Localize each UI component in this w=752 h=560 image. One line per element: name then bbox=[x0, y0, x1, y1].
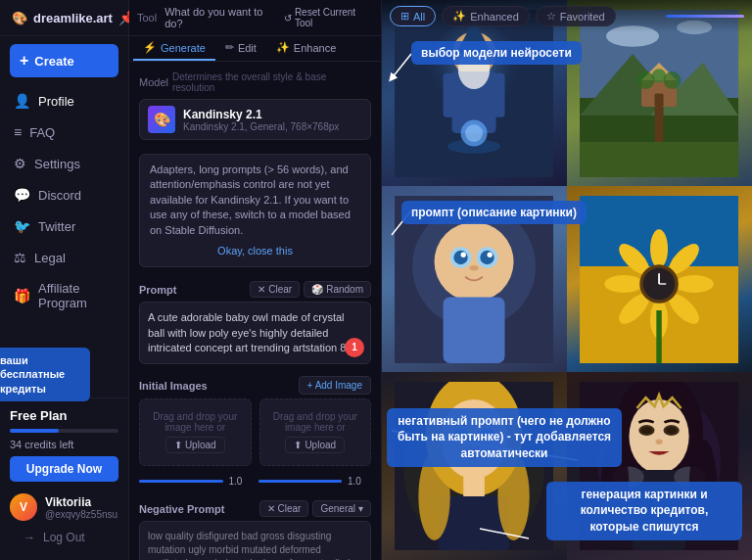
sidebar-item-twitter[interactable]: 🐦 Twitter bbox=[0, 210, 128, 242]
gallery-tab-enhanced[interactable]: ✨ Enhanced bbox=[442, 6, 530, 26]
all-icon: ⊞ bbox=[400, 10, 409, 23]
prompt-textarea[interactable]: A cute adorable baby owl made of crystal… bbox=[139, 302, 371, 364]
user-name: Viktoriia bbox=[45, 495, 118, 509]
svg-point-40 bbox=[651, 229, 669, 268]
settings-icon: ⚙ bbox=[14, 156, 26, 171]
general-negative-button[interactable]: General ▾ bbox=[312, 500, 371, 517]
svg-point-27 bbox=[435, 222, 514, 302]
svg-point-34 bbox=[470, 265, 479, 270]
sidebar: 🎨 dreamlike.art 📌 + Create 👤 Profile ≡ F… bbox=[0, 0, 129, 560]
sidebar-item-legal[interactable]: ⚖ Legal bbox=[0, 242, 128, 273]
svg-rect-37 bbox=[444, 297, 505, 363]
enhanced-icon: ✨ bbox=[452, 10, 466, 23]
tool-tabs: ⚡ Generate ✏ Edit ✨ Enhance bbox=[129, 36, 381, 62]
sidebar-item-faq[interactable]: ≡ FAQ bbox=[0, 117, 128, 148]
plan-name: Free Plan bbox=[10, 408, 118, 423]
model-name: Kandinsky 2.1 bbox=[183, 108, 339, 121]
tool-question: What do you want to do? bbox=[164, 6, 280, 29]
model-selector[interactable]: 🎨 Kandinsky 2.1 Kandinsky 2.1, General, … bbox=[139, 99, 371, 140]
clear-negative-button[interactable]: ✕ Clear bbox=[259, 500, 309, 517]
svg-point-46 bbox=[605, 275, 644, 293]
avatar: V bbox=[10, 493, 37, 521]
logo-text: dreamlike.art bbox=[33, 11, 113, 25]
sidebar-item-profile[interactable]: 👤 Profile bbox=[0, 85, 128, 117]
quality-track bbox=[666, 15, 744, 18]
negative-prompt-textarea[interactable]: low quality disfigured bad gross disgust… bbox=[139, 521, 371, 560]
tab-edit[interactable]: ✏ Edit bbox=[215, 36, 266, 61]
gallery-image-baby bbox=[382, 186, 567, 372]
negative-prompt-label: Negative Prompt bbox=[139, 503, 224, 515]
tab-enhance[interactable]: ✨ Enhance bbox=[266, 36, 346, 61]
upload-button-2[interactable]: ⬆ Upload bbox=[285, 437, 345, 453]
sidebar-item-affiliate[interactable]: 🎁 Affiliate Program bbox=[0, 273, 128, 318]
svg-point-22 bbox=[637, 71, 655, 89]
logout-button[interactable]: → Log Out bbox=[10, 525, 118, 550]
credits-bar bbox=[10, 429, 59, 433]
quality-slider[interactable] bbox=[666, 6, 744, 26]
slider-value-2: 1.0 bbox=[348, 476, 371, 487]
svg-point-31 bbox=[481, 250, 494, 263]
main: Tool What do you want to do? ↺ Reset Cur… bbox=[129, 0, 752, 560]
logo-icon: 🎨 bbox=[12, 11, 27, 25]
svg-point-42 bbox=[676, 275, 715, 293]
svg-point-33 bbox=[488, 252, 493, 257]
slider-2[interactable] bbox=[258, 480, 343, 483]
svg-rect-5 bbox=[493, 72, 506, 117]
initial-images-label: Initial Images bbox=[139, 380, 208, 392]
sidebar-item-discord[interactable]: 💬 Discord bbox=[0, 179, 128, 210]
model-sub: Kandinsky 2.1, General, 768×768px bbox=[183, 121, 339, 132]
discord-icon: 💬 bbox=[14, 187, 30, 203]
user-info: Viktoriia @exqvy8z55nsu bbox=[45, 495, 118, 520]
drop-zone-1[interactable]: Drag and drop your image here or ⬆ Uploa… bbox=[139, 398, 252, 466]
tool-label: Tool bbox=[137, 12, 157, 23]
prompt-header: Prompt ✕ Clear 🎲 Random bbox=[129, 275, 381, 302]
drop-zone-2[interactable]: Drag and drop your image here or ⬆ Uploa… bbox=[259, 398, 372, 466]
gallery-tab-favorited[interactable]: ☆ Favorited bbox=[536, 6, 616, 26]
credits-left: 34 credits left bbox=[10, 439, 118, 450]
negative-prompt-header: Negative Prompt ✕ Clear General ▾ bbox=[129, 494, 381, 521]
left-panel: Tool What do you want to do? ↺ Reset Cur… bbox=[129, 0, 382, 560]
upload-button-1[interactable]: ⬆ Upload bbox=[165, 437, 225, 453]
svg-rect-24 bbox=[581, 142, 739, 177]
svg-point-9 bbox=[458, 50, 490, 89]
profile-icon: 👤 bbox=[14, 93, 30, 109]
reset-button[interactable]: ↺ Reset Current Tool bbox=[284, 7, 373, 28]
x-icon-neg: ✕ bbox=[267, 503, 275, 514]
sidebar-item-settings[interactable]: ⚙ Settings bbox=[0, 148, 128, 179]
svg-rect-52 bbox=[657, 310, 662, 363]
model-section-title: Model Determines the overall style & bas… bbox=[139, 71, 371, 93]
tab-generate[interactable]: ⚡ Generate bbox=[133, 36, 215, 61]
svg-rect-20 bbox=[655, 107, 664, 142]
svg-rect-19 bbox=[655, 93, 664, 107]
upload-icon-1: ⬆ bbox=[174, 440, 182, 450]
credits-annotation: ваши бесплатные кредиты bbox=[0, 348, 90, 401]
credits-bar-container bbox=[10, 429, 118, 433]
toolbar: Tool What do you want to do? ↺ Reset Cur… bbox=[129, 0, 381, 36]
create-button[interactable]: + Create bbox=[10, 44, 118, 77]
twitter-icon: 🐦 bbox=[14, 218, 30, 234]
gallery-image-warrior bbox=[567, 372, 752, 560]
clear-prompt-button[interactable]: ✕ Clear bbox=[250, 281, 300, 298]
upgrade-button[interactable]: Upgrade Now bbox=[10, 456, 118, 482]
model-info: Kandinsky 2.1 Kandinsky 2.1, General, 76… bbox=[183, 108, 339, 132]
slider-1[interactable] bbox=[139, 480, 223, 483]
close-info-button[interactable]: Okay, close this bbox=[150, 244, 360, 258]
x-icon: ✕ bbox=[258, 284, 265, 295]
prompt-label: Prompt bbox=[139, 284, 177, 296]
legal-icon: ⚖ bbox=[14, 250, 26, 265]
random-prompt-button[interactable]: 🎲 Random bbox=[304, 281, 371, 298]
upload-icon-2: ⬆ bbox=[294, 440, 302, 450]
user-row: V Viktoriia @exqvy8z55nsu bbox=[10, 490, 118, 525]
svg-point-32 bbox=[461, 252, 466, 257]
prompt-actions: ✕ Clear 🎲 Random bbox=[250, 281, 371, 298]
gallery-tab-all[interactable]: ⊞ All bbox=[390, 6, 436, 26]
initial-images-header: Initial Images + Add Image bbox=[129, 370, 381, 398]
svg-point-75 bbox=[601, 439, 630, 536]
svg-point-69 bbox=[642, 426, 653, 433]
enhance-tab-icon: ✨ bbox=[276, 41, 290, 54]
dice-icon: 🎲 bbox=[311, 284, 323, 295]
drop-zones: Drag and drop your image here or ⬆ Uploa… bbox=[129, 398, 381, 474]
gallery-image-blonde bbox=[382, 372, 567, 560]
plus-icon: + bbox=[20, 52, 28, 70]
add-image-button[interactable]: + Add Image bbox=[299, 376, 371, 395]
